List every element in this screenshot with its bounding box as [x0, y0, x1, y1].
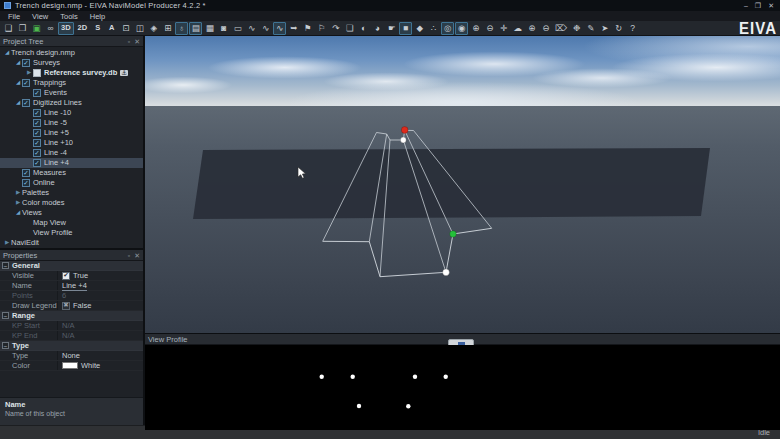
visibility-checkbox[interactable]: ✓: [33, 149, 41, 157]
property-value[interactable]: ✖False: [58, 301, 143, 310]
tree-item-label[interactable]: Line +5: [44, 129, 69, 137]
route-icon[interactable]: ➥: [287, 22, 300, 35]
contrast-icon[interactable]: ◐: [357, 22, 370, 35]
view-3d-button[interactable]: 3D: [58, 22, 74, 35]
property-value[interactable]: None: [58, 351, 143, 360]
tree-item-color-modes[interactable]: ▶Color modes: [0, 198, 143, 208]
pin-icon[interactable]: ▫: [128, 252, 130, 259]
tree-item-events[interactable]: ✓Events: [0, 88, 143, 98]
collapse-arrow-icon[interactable]: ◢: [3, 50, 11, 56]
expand-arrow-icon[interactable]: ▶: [3, 240, 11, 246]
tree-item-line-4[interactable]: ✓Line -4: [0, 148, 143, 158]
tree-item-label[interactable]: Events: [44, 89, 67, 97]
target-icon-b[interactable]: ◉: [455, 22, 468, 35]
3d-viewport[interactable]: [145, 36, 780, 333]
waypoint-icon[interactable]: ⚑: [301, 22, 314, 35]
tree-item-label[interactable]: Trappings: [33, 79, 66, 87]
tree-item-map-view[interactable]: Map View: [0, 218, 143, 228]
tree-item-views[interactable]: ◢Views: [0, 208, 143, 218]
visibility-checkbox[interactable]: ✓: [33, 89, 41, 97]
seabed-profile-icon-1[interactable]: ∿: [245, 22, 258, 35]
visibility-checkbox[interactable]: ✓: [22, 59, 30, 67]
close-icon[interactable]: ✕: [134, 38, 140, 45]
tree-item-label[interactable]: NaviEdit: [11, 239, 39, 247]
tree-item-label[interactable]: Line +10: [44, 139, 73, 147]
checkbox-cross-icon[interactable]: ✖: [62, 302, 70, 310]
view-2d-button[interactable]: 2D: [75, 22, 91, 35]
pan-hand-icon[interactable]: ☛: [385, 22, 398, 35]
tree-item-label[interactable]: Line -10: [44, 109, 71, 117]
expand-arrow-icon[interactable]: ▶: [14, 190, 22, 196]
tree-item-line-+5[interactable]: ✓Line +5: [0, 128, 143, 138]
tree-item-online[interactable]: ✓Online: [0, 178, 143, 188]
scatter-points-icon[interactable]: ∴: [427, 22, 440, 35]
visibility-checkbox[interactable]: ✓: [33, 159, 41, 167]
annotation-icon[interactable]: A: [105, 22, 118, 35]
close-icon[interactable]: ✕: [134, 252, 140, 259]
tree-item-trappings[interactable]: ◢✓Trappings: [0, 78, 143, 88]
target-icon-a[interactable]: ◎: [441, 22, 454, 35]
tree-item-naviedit[interactable]: ▶NaviEdit: [0, 238, 143, 248]
visibility-checkbox[interactable]: ✓: [22, 179, 30, 187]
connect-icon[interactable]: ∞: [44, 22, 57, 35]
maximize-button[interactable]: ❐: [755, 2, 761, 9]
property-group-general[interactable]: −General: [0, 261, 143, 271]
collapse-arrow-icon[interactable]: ◢: [14, 60, 22, 66]
tree-item-label[interactable]: Line -5: [44, 119, 67, 127]
property-value[interactable]: 6: [58, 291, 143, 300]
tree-item-reference-survey-db[interactable]: ▶Reference survey.db⚓: [0, 68, 143, 78]
menu-file[interactable]: File: [8, 12, 20, 21]
view-single-button[interactable]: S: [91, 22, 104, 35]
tree-item-label[interactable]: Surveys: [33, 59, 60, 67]
collapse-group-icon[interactable]: −: [2, 342, 9, 349]
open-project-icon[interactable]: ❒: [16, 22, 29, 35]
draw-icon[interactable]: ✎: [584, 22, 597, 35]
tree-item-view-profile[interactable]: View Profile: [0, 228, 143, 238]
tree-item-measures[interactable]: ✓Measures: [0, 168, 143, 178]
point-add-icon[interactable]: ⊕: [469, 22, 482, 35]
property-value[interactable]: N/A: [58, 331, 143, 340]
vertex-add-icon[interactable]: ⊕: [525, 22, 538, 35]
seabed-profile-icon-3[interactable]: ∿: [273, 22, 286, 35]
eraser-icon[interactable]: ⌦: [553, 22, 569, 35]
tree-item-label[interactable]: Map View: [33, 219, 66, 227]
color-swatch[interactable]: [62, 362, 78, 369]
help-icon[interactable]: ?: [626, 22, 639, 35]
vertex-point[interactable]: [443, 269, 450, 276]
rectangle-icon[interactable]: ❏: [343, 22, 356, 35]
menu-help[interactable]: Help: [90, 12, 105, 21]
camera-icon[interactable]: ◙: [217, 22, 230, 35]
tree-item-label[interactable]: Palettes: [22, 189, 49, 197]
tree-item-line-+10[interactable]: ✓Line +10: [0, 138, 143, 148]
minimize-button[interactable]: –: [744, 2, 748, 9]
expand-arrow-icon[interactable]: ▶: [25, 70, 33, 76]
grid-icon[interactable]: ⊞: [161, 22, 174, 35]
vertex-point[interactable]: [401, 127, 408, 134]
tree-item-label[interactable]: Digitized Lines: [33, 99, 82, 107]
tree-item-label[interactable]: Line -4: [44, 149, 67, 157]
tree-item-label[interactable]: View Profile: [33, 229, 72, 237]
expand-arrow-icon[interactable]: ▶: [14, 200, 22, 206]
cursor-icon[interactable]: ➤: [598, 22, 611, 35]
palette-icon[interactable]: ◕: [371, 22, 384, 35]
ruler-icon[interactable]: ▭: [231, 22, 244, 35]
visibility-checkbox[interactable]: ✓: [33, 129, 41, 137]
tree-item-label[interactable]: Color modes: [22, 199, 65, 207]
tree-item-palettes[interactable]: ▶Palettes: [0, 188, 143, 198]
tree-item-label[interactable]: Online: [33, 179, 55, 187]
visibility-checkbox[interactable]: ✓: [33, 119, 41, 127]
tree-item-line-+4[interactable]: ✓Line +4: [0, 158, 143, 168]
vertex-point[interactable]: [400, 137, 406, 143]
tree-item-trench-design-nmp[interactable]: ◢Trench design.nmp: [0, 48, 143, 58]
property-group-type[interactable]: −Type: [0, 341, 143, 351]
tree-item-label[interactable]: Line +4: [44, 159, 69, 167]
tree-item-label[interactable]: Views: [22, 209, 42, 217]
seabed-profile-icon-2[interactable]: ∿: [259, 22, 272, 35]
orbit-icon[interactable]: ↻: [612, 22, 625, 35]
point-cloud-icon[interactable]: ☁: [511, 22, 524, 35]
tree-item-label[interactable]: Reference survey.db: [44, 69, 117, 77]
visibility-checkbox[interactable]: ✓: [33, 139, 41, 147]
property-value[interactable]: ✔True: [58, 271, 143, 280]
globe-icon[interactable]: ♁: [175, 22, 188, 35]
property-value[interactable]: N/A: [58, 321, 143, 330]
